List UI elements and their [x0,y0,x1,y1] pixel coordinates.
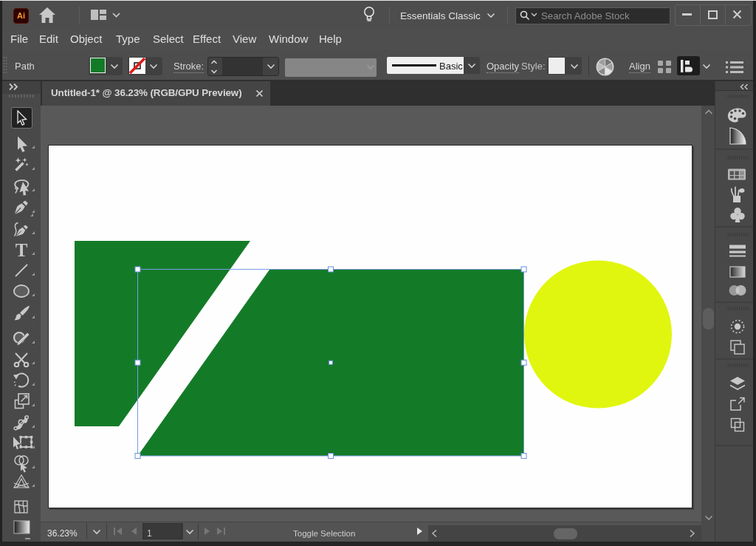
svg-text:T: T [16,240,28,260]
